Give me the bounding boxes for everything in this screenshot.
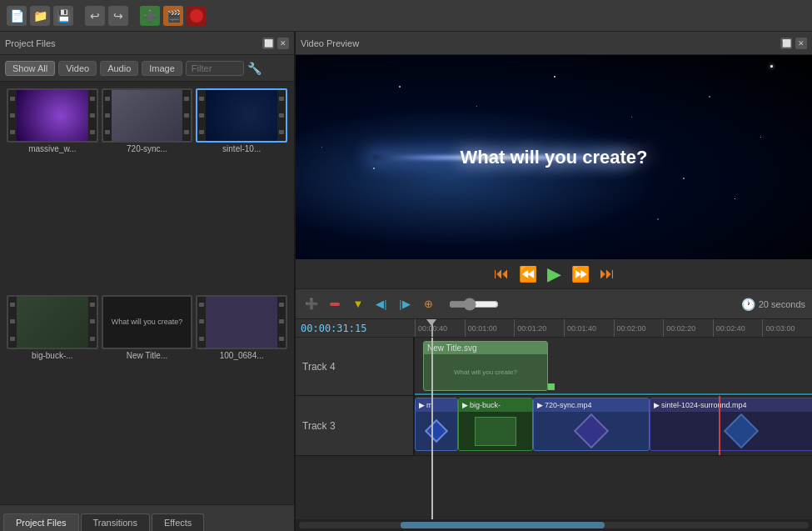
clip-cut-marker <box>719 396 720 455</box>
jump-start-tl-button[interactable]: ◀| <box>372 295 391 313</box>
preview-close-icon[interactable]: ✕ <box>795 38 807 49</box>
media-label: New Title... <box>127 351 167 360</box>
filter-clear-icon[interactable]: 🔧 <box>247 62 262 75</box>
list-item[interactable]: sintel-10... <box>196 88 287 292</box>
media-label: 100_0684... <box>220 351 264 360</box>
ruler-mark: 00:02:20 <box>663 319 713 337</box>
new-button[interactable]: 📄 <box>7 6 27 26</box>
clip-thumbnail <box>650 412 812 450</box>
jump-end-button[interactable]: ⏭ <box>600 265 615 283</box>
close-icon[interactable]: ✕ <box>277 38 289 49</box>
media-grid: massive_w... 720-sync... sintel-10... <box>0 82 294 504</box>
main-toolbar: 📄 📁 💾 ↩ ↪ ➕ 🎬 <box>0 0 812 32</box>
ruler-mark: 00:01:00 <box>465 319 515 337</box>
image-filter-button[interactable]: Image <box>142 61 182 76</box>
maximize-icon[interactable]: ⬜ <box>262 38 274 49</box>
ruler-mark: 00:00:40 <box>415 319 465 337</box>
export-button[interactable]: 🎬 <box>163 6 183 26</box>
project-files-header-icons: ⬜ ✕ <box>262 38 289 49</box>
zoom-slider[interactable] <box>449 298 499 311</box>
media-label: big-buck-... <box>32 351 72 360</box>
title-clip[interactable]: New Title.svg What will you create? <box>423 341 548 391</box>
clock-icon: 🕐 <box>741 298 755 311</box>
video-clip[interactable]: ▶m <box>415 398 458 451</box>
track-4-label: Track 4 <box>296 338 415 395</box>
track-3-content: ▶m ▶big-buck- <box>415 396 812 455</box>
thumb-image <box>206 297 287 348</box>
clip-header: New Title.svg <box>424 342 547 354</box>
track-4-content: New Title.svg What will you create? <box>415 338 812 395</box>
fast-forward-button[interactable]: ⏩ <box>571 265 590 283</box>
ruler-mark: 00:01:20 <box>514 319 564 337</box>
ruler-mark: 00:02:00 <box>614 319 664 337</box>
clip-thumbnail <box>416 412 457 450</box>
scrollbar-track <box>299 522 809 528</box>
preview-maximize-icon[interactable]: ⬜ <box>780 38 792 49</box>
project-files-header: Project Files ⬜ ✕ <box>0 32 294 55</box>
filter-bar: Show All Video Audio Image 🔧 <box>0 55 294 82</box>
undo-button[interactable]: ↩ <box>85 6 105 26</box>
add-marker-button[interactable]: ⊕ <box>419 295 437 313</box>
main-layout: Project Files ⬜ ✕ Show All Video Audio I… <box>0 32 812 531</box>
redo-button[interactable]: ↪ <box>108 6 128 26</box>
list-item[interactable]: massive_w... <box>7 88 98 292</box>
record-button[interactable] <box>187 6 207 26</box>
tracks-container: Track 4 New Title.svg What will you crea… <box>296 338 812 519</box>
track-3-label: Track 3 <box>296 396 415 455</box>
filter-input[interactable] <box>186 61 244 76</box>
list-item[interactable]: 720-sync... <box>102 88 193 292</box>
thumb-image <box>17 90 98 141</box>
media-label: sintel-10... <box>222 144 261 153</box>
audio-filter-button[interactable]: Audio <box>100 61 138 76</box>
left-panel-tabs: Project Files Transitions Effects <box>0 504 294 531</box>
tab-effects[interactable]: Effects <box>152 513 204 531</box>
preview-controls: ⏮ ⏪ ▶ ⏩ ⏭ <box>296 259 812 289</box>
video-clip[interactable]: ▶720-sync.mp4 <box>533 398 650 451</box>
open-button[interactable]: 📁 <box>30 6 50 26</box>
save-button[interactable]: 💾 <box>53 6 73 26</box>
add-clip-button[interactable]: ➕ <box>140 6 160 26</box>
play-button[interactable]: ▶ <box>547 263 561 285</box>
video-clip[interactable]: ▶big-buck- <box>458 398 533 451</box>
thumb-image <box>17 297 98 348</box>
clip-end-marker <box>548 383 555 390</box>
jump-end-tl-button[interactable]: |▶ <box>396 295 414 313</box>
rewind-button[interactable]: ⏪ <box>519 265 537 283</box>
add-track-button[interactable]: ➕ <box>302 295 321 313</box>
show-all-button[interactable]: Show All <box>5 61 55 76</box>
timeline-ruler: 00:00:31:15 00:00:40 00:01:00 00:01:20 0… <box>296 319 812 338</box>
list-item[interactable]: big-buck-... <box>7 295 98 498</box>
video-filter-button[interactable]: Video <box>58 61 97 76</box>
media-thumb <box>196 295 287 349</box>
ruler-mark: 00:03:00 <box>762 319 812 337</box>
ruler-mark: 00:01:40 <box>564 319 614 337</box>
preview-header: Video Preview ⬜ ✕ <box>296 32 812 55</box>
track-row: Track 3 ▶m <box>296 396 812 456</box>
filter-button[interactable]: ▼ <box>349 295 367 313</box>
tab-transitions[interactable]: Transitions <box>81 513 150 531</box>
timeline-scrollbar <box>296 519 812 531</box>
scrollbar-thumb[interactable] <box>401 522 605 528</box>
video-clip[interactable]: ▶sintel-1024-surround.mp4 <box>650 398 812 451</box>
clip-header: ▶big-buck- <box>459 398 532 412</box>
jump-start-button[interactable]: ⏮ <box>494 265 509 283</box>
media-thumb <box>7 88 98 143</box>
right-panel: Video Preview ⬜ ✕ <box>296 32 812 531</box>
list-item[interactable]: 100_0684... <box>196 295 287 498</box>
timeline-time-display: 00:00:31:15 <box>301 323 366 334</box>
seconds-label: 20 seconds <box>759 299 805 309</box>
video-preview: What will you create? <box>296 55 812 259</box>
track-row: Track 4 New Title.svg What will you crea… <box>296 338 812 396</box>
timeline-toolbar: ➕ ▼ ◀| |▶ ⊕ 🕐 20 seconds <box>296 289 812 319</box>
thumb-image <box>112 90 193 141</box>
clip-thumbnail <box>459 412 532 450</box>
svg-rect-0 <box>330 303 340 306</box>
ruler-labels: 00:00:40 00:01:00 00:01:20 00:01:40 00:0… <box>415 319 812 337</box>
media-thumb: What will you create? <box>102 295 193 349</box>
media-thumb <box>7 295 98 349</box>
tab-project-files[interactable]: Project Files <box>3 513 79 531</box>
preview-title: Video Preview <box>301 38 359 48</box>
list-item[interactable]: What will you create? New Title... <box>102 295 193 498</box>
clip-header: ▶m <box>416 398 457 412</box>
remove-clip-button[interactable] <box>326 295 344 313</box>
